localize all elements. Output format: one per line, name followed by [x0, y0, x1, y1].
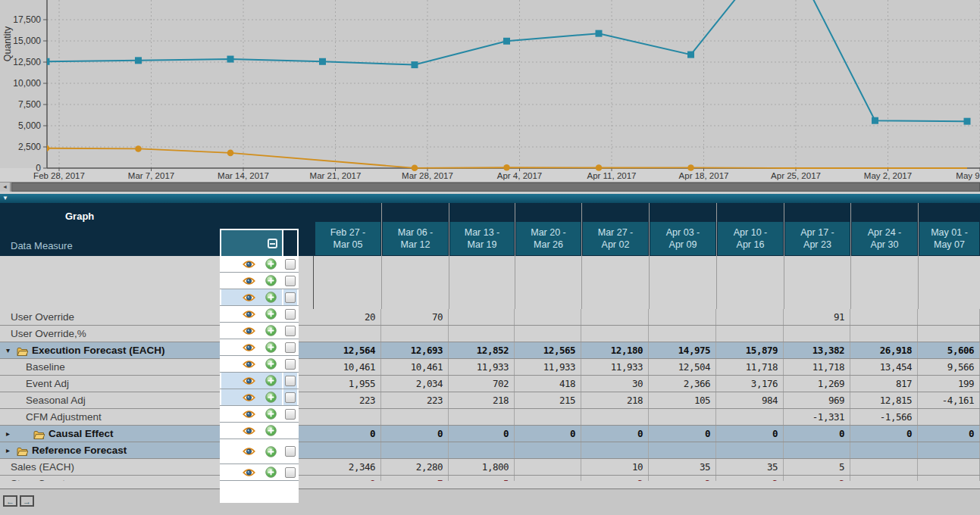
row-label: Baseline: [26, 359, 65, 375]
eye-icon[interactable]: [243, 343, 255, 352]
grid-cell: 11,718: [784, 359, 850, 375]
eye-icon[interactable]: [243, 360, 255, 369]
eye-icon[interactable]: [243, 468, 255, 477]
scroll-columns-right-button[interactable]: →: [20, 495, 34, 507]
graph-column-row: [220, 439, 299, 464]
splitter-bar[interactable]: [0, 194, 980, 203]
graph-column-row: [220, 306, 299, 323]
add-icon[interactable]: [265, 425, 277, 436]
graph-checkbox[interactable]: [285, 309, 296, 320]
eye-icon[interactable]: [243, 376, 255, 385]
add-icon[interactable]: [265, 392, 277, 403]
scrollbar-thumb[interactable]: [11, 183, 980, 192]
collapse-row-icon[interactable]: ▾: [6, 342, 10, 358]
grid-cell: [381, 442, 449, 458]
data-measure-grid: Data Measure Feb 27 -Mar 05Mar 06 -Mar 1…: [0, 203, 980, 515]
add-icon[interactable]: [265, 358, 277, 370]
scrollbar-left-arrow-button[interactable]: ◄: [0, 183, 11, 192]
graph-checkbox[interactable]: [285, 359, 296, 370]
x-axis-label: May 9, 2017: [956, 171, 980, 180]
grid-cell: 223: [314, 392, 381, 408]
expand-row-icon[interactable]: ▸: [6, 442, 10, 458]
grid-cell: 20: [314, 309, 381, 325]
grid-cell: [449, 442, 515, 458]
graph-checkbox[interactable]: [285, 326, 296, 336]
graph-checkbox[interactable]: [285, 292, 296, 303]
collapse-graph-column-icon[interactable]: [268, 239, 277, 248]
scroll-columns-left-button[interactable]: ←: [3, 495, 17, 507]
add-icon[interactable]: [265, 408, 277, 420]
graph-checkbox[interactable]: [285, 342, 296, 353]
grid-cell: 418: [515, 376, 581, 392]
grid-cell: [581, 326, 649, 342]
column-header: Apr 10 -Apr 16: [718, 222, 783, 255]
graph-checkbox-cell: [283, 464, 297, 480]
grid-cell: 5: [784, 459, 850, 475]
grid-cell: [649, 442, 716, 458]
visibility-cell: [221, 406, 282, 422]
eye-icon[interactable]: [243, 426, 255, 435]
grid-cell: [515, 326, 581, 342]
panel-splitter[interactable]: ▼: [0, 192, 980, 203]
add-icon[interactable]: [265, 446, 277, 457]
graph-checkbox-cell: [283, 423, 297, 439]
forecast-chart: Feb 28, 2017Mar 7, 2017Mar 14, 2017Mar 2…: [0, 0, 980, 182]
column-header: Apr 24 -Apr 30: [852, 222, 917, 255]
grid-cell: 30: [581, 376, 649, 392]
eye-icon[interactable]: [243, 310, 255, 319]
collapse-panel-icon[interactable]: ▼: [2, 194, 8, 202]
grid-cell: 11,933: [515, 359, 581, 375]
add-icon[interactable]: [265, 375, 277, 386]
grid-cell: 12,693: [381, 342, 449, 358]
graph-checkbox[interactable]: [285, 259, 296, 270]
x-axis-label: May 2, 2017: [864, 171, 912, 180]
grid-cell: 2,280: [381, 459, 449, 475]
x-axis-label: Mar 14, 2017: [218, 171, 269, 180]
grid-cell: 1,955: [314, 376, 381, 392]
eye-icon[interactable]: [243, 447, 255, 456]
row-causal-effect: ▸Causal Effect0000000000: [0, 426, 980, 442]
visibility-cell: [221, 373, 282, 389]
eye-icon[interactable]: [243, 260, 255, 269]
eye-icon[interactable]: [243, 393, 255, 402]
eye-icon[interactable]: [243, 293, 255, 302]
grid-footer: ← →: [0, 489, 980, 515]
graph-checkbox-cell: [283, 389, 297, 405]
grid-cell: [716, 326, 784, 342]
data-point-execution-forecast-each: [135, 57, 142, 64]
add-icon[interactable]: [265, 275, 277, 286]
x-axis-label: Apr 18, 2017: [679, 171, 729, 180]
eye-icon[interactable]: [243, 276, 255, 286]
add-icon[interactable]: [265, 342, 277, 353]
grid-cell: [918, 409, 980, 425]
graph-checkbox-cell: [283, 306, 297, 322]
graph-checkbox-cell: [283, 439, 297, 464]
add-icon[interactable]: [265, 325, 277, 336]
eye-icon[interactable]: [243, 326, 255, 336]
graph-checkbox[interactable]: [285, 392, 296, 403]
graph-checkbox[interactable]: [285, 409, 296, 420]
grid-cell: [850, 309, 918, 325]
graph-checkbox-cell: [283, 323, 297, 339]
add-icon[interactable]: [265, 308, 277, 320]
visibility-cell: [221, 389, 282, 405]
add-icon[interactable]: [265, 292, 277, 303]
visibility-cell: [221, 464, 282, 480]
expand-row-icon[interactable]: ▸: [6, 426, 10, 442]
column-header: Mar 13 -Mar 19: [450, 222, 514, 255]
add-icon[interactable]: [265, 467, 277, 478]
grid-cell: 11,933: [449, 359, 515, 375]
row-label: Causal Effect: [49, 426, 114, 442]
graph-checkbox[interactable]: [285, 446, 296, 457]
column-header: Apr 03 -Apr 09: [650, 222, 715, 255]
graph-checkbox[interactable]: [285, 276, 296, 286]
eye-icon[interactable]: [243, 410, 255, 419]
x-axis-label: Apr 25, 2017: [771, 171, 821, 180]
add-icon[interactable]: [265, 258, 277, 270]
graph-checkbox[interactable]: [285, 376, 296, 386]
graph-checkbox[interactable]: [285, 467, 296, 478]
y-axis-label: 17,500: [13, 14, 41, 25]
chart-horizontal-scrollbar[interactable]: ◄: [0, 182, 980, 192]
graph-column-row: [220, 356, 299, 373]
graph-column-row: [220, 339, 299, 356]
